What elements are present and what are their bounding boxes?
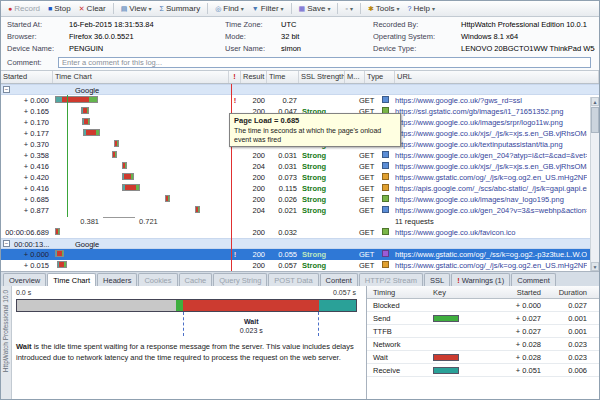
wait-description: Wait is the idle time spent waiting for … (16, 342, 358, 364)
request-url: https://www.google.co.uk/xjs/_/js/k=xjs.… (395, 162, 587, 171)
time-chart-bar[interactable] (55, 96, 98, 103)
timing-key-cell (433, 353, 489, 362)
toolbar-separator (113, 3, 114, 14)
request-started: + 0.416 (1, 162, 49, 171)
request-row[interactable]: + 0.4162000.115StrongGEThttps://apis.goo… (1, 183, 599, 194)
column-header-warning[interactable]: ! (229, 71, 241, 83)
time-chart-bar[interactable] (57, 261, 66, 268)
scroll-up-icon[interactable]: ▲ (591, 97, 599, 106)
column-header-time[interactable]: Time (267, 71, 299, 83)
time-chart-bar[interactable] (122, 162, 127, 169)
comment-input[interactable] (58, 57, 591, 68)
request-row[interactable]: + 0.000!2000.27GEThttps://www.google.co.… (1, 95, 599, 106)
timing-column-header[interactable]: Key (433, 288, 489, 297)
request-row[interactable]: 00:00:06.6892000.032GEThttps://www.googl… (1, 227, 599, 238)
tab-cookies[interactable]: Cookies (138, 273, 177, 286)
column-header-m-[interactable]: M... (345, 71, 365, 83)
time-chart-bar[interactable] (112, 151, 117, 158)
tab-time-chart[interactable]: Time Chart (47, 273, 96, 286)
request-method: GET (359, 250, 383, 259)
tab-warnings-1-[interactable]: !Warnings (1) (451, 273, 510, 286)
request-row[interactable]: + 0.4162040.031StrongGEThttps://www.goog… (1, 161, 599, 172)
timing-name: Network (367, 340, 433, 349)
timing-key-cell (433, 314, 489, 323)
request-started: + 0.015 (1, 261, 49, 270)
tab-overview[interactable]: Overview (3, 273, 46, 286)
tab-content[interactable]: Content (320, 273, 358, 286)
tab-label: Overview (9, 276, 40, 285)
toolbar: ●Record■Stop✕Clear▤View▾ΣSummary◎Find▾▼F… (1, 1, 599, 17)
time-chart-bar[interactable] (122, 184, 140, 191)
request-row[interactable]: + 0.4202000.073StrongGEThttps://www.gsta… (1, 172, 599, 183)
time-chart-bar[interactable] (83, 129, 99, 136)
summary-icon: Σ (160, 5, 164, 12)
toolbar-button-label: Stop (54, 4, 70, 13)
timing-column-header[interactable]: Duration (541, 288, 591, 297)
stop-button[interactable]: ■Stop (45, 3, 74, 14)
tab-ssl[interactable]: SSL (424, 273, 450, 286)
help-button[interactable]: ?Help▾ (405, 3, 438, 14)
new-page-button[interactable]: ▫▾ (342, 4, 356, 13)
view-button[interactable]: ▤View▾ (118, 3, 155, 14)
time-chart-bar[interactable] (195, 206, 200, 213)
tab-cache[interactable]: Cache (179, 273, 213, 286)
script-icon (382, 184, 389, 191)
ssl-strength: Strong (302, 206, 346, 215)
collapse-toggle-icon[interactable]: − (3, 240, 10, 247)
filter-button[interactable]: ▼Filter▾ (249, 3, 287, 14)
find-button[interactable]: ◎Find▾ (212, 3, 247, 14)
session-field: Started At:16-Feb-2015 18:31:53.84 (7, 20, 225, 32)
column-header-result[interactable]: Result (241, 71, 267, 83)
time-chart-bar[interactable] (122, 173, 134, 180)
record-button[interactable]: ●Record (5, 3, 43, 14)
column-header-started[interactable]: Started (1, 71, 53, 83)
column-header-type[interactable]: Type (365, 71, 395, 83)
request-row[interactable]: + 0.3582000.031StrongGEThttps://www.goog… (1, 150, 599, 161)
column-header-url[interactable]: URL (395, 71, 599, 83)
style-icon (382, 250, 389, 257)
field-value: 32 bit (281, 32, 299, 41)
grid-rows: Page Load = 0.685 The time in seconds at… (1, 84, 599, 271)
group-row[interactable]: −00:00:13...Google (1, 238, 599, 249)
request-row[interactable]: + 0.8772040.021StrongGEThttps://www.goog… (1, 205, 599, 216)
summary-end-value: 0.721 (139, 217, 158, 226)
scroll-down-icon[interactable]: ▼ (591, 262, 599, 271)
image-icon (382, 195, 389, 202)
timing-duration: 0.006 (541, 366, 591, 375)
vertical-scrollbar[interactable]: ▲ ▼ (590, 97, 599, 271)
request-row[interactable]: + 0.0152000.057StrongGEThttps://www.gsta… (1, 260, 599, 271)
time-chart-bar[interactable] (165, 195, 170, 202)
column-header-time-chart[interactable]: Time Chart (53, 71, 229, 83)
group-started: 00:00:13... (14, 240, 60, 249)
time-chart-bar[interactable] (55, 250, 64, 257)
field-value: Windows 8.1 x64 (461, 32, 518, 41)
request-result: 200 (241, 184, 265, 193)
time-chart-bar[interactable] (114, 140, 119, 147)
session-field: User Name:simon (225, 44, 373, 56)
scrollbar-thumb[interactable] (591, 107, 599, 133)
tab-headers[interactable]: Headers (97, 273, 137, 286)
view-icon: ▤ (121, 5, 128, 12)
group-row[interactable]: −Google (1, 84, 599, 95)
timing-duration: 0.001 (541, 314, 591, 323)
collapse-toggle-icon[interactable]: − (3, 86, 10, 93)
time-chart-bar[interactable] (82, 118, 90, 125)
time-chart-bar[interactable] (81, 107, 89, 114)
request-method: GET (359, 151, 383, 160)
clear-button[interactable]: ✕Clear (76, 3, 109, 14)
tab-query-string[interactable]: Query String (213, 273, 267, 286)
ssl-strength: Strong (302, 173, 346, 182)
timing-column-header[interactable]: Timing (367, 288, 433, 297)
save-button[interactable]: ▦Save▾ (296, 3, 334, 14)
tab-http-2-stream[interactable]: HTTP/2 Stream (359, 273, 423, 286)
tools-button[interactable]: ✱Tools▾ (365, 3, 403, 14)
column-header-ssl-strength[interactable]: SSL Strength (299, 71, 345, 83)
request-time: 0.032 (267, 228, 297, 237)
summary-button[interactable]: ΣSummary (157, 3, 204, 14)
tab-comment[interactable]: Comment (511, 273, 556, 286)
tab-post-data[interactable]: POST Data (268, 273, 318, 286)
request-row[interactable]: + 0.6852000.026StrongGEThttps://www.goog… (1, 194, 599, 205)
timing-column-header[interactable]: Started (489, 288, 541, 297)
request-row[interactable]: + 0.000!2000.055StrongGEThttps://www.gst… (1, 249, 599, 260)
time-chart-bar[interactable] (55, 228, 60, 235)
